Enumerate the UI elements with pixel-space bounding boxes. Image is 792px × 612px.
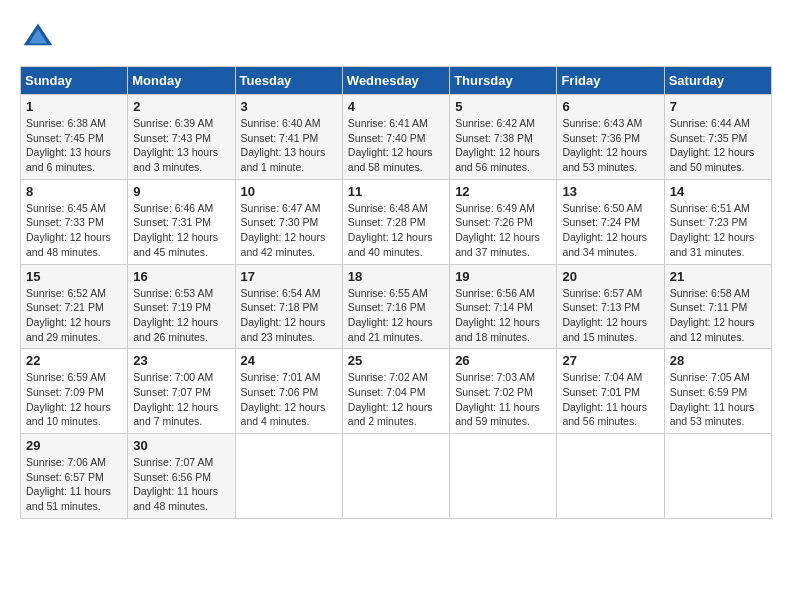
day-cell: 22 Sunrise: 6:59 AMSunset: 7:09 PMDaylig… bbox=[21, 349, 128, 434]
day-detail: Sunrise: 7:02 AMSunset: 7:04 PMDaylight:… bbox=[348, 370, 444, 429]
day-detail: Sunrise: 6:56 AMSunset: 7:14 PMDaylight:… bbox=[455, 286, 551, 345]
day-detail: Sunrise: 6:58 AMSunset: 7:11 PMDaylight:… bbox=[670, 286, 766, 345]
day-cell: 5 Sunrise: 6:42 AMSunset: 7:38 PMDayligh… bbox=[450, 95, 557, 180]
day-detail: Sunrise: 7:04 AMSunset: 7:01 PMDaylight:… bbox=[562, 370, 658, 429]
day-cell: 9 Sunrise: 6:46 AMSunset: 7:31 PMDayligh… bbox=[128, 179, 235, 264]
day-number: 8 bbox=[26, 184, 122, 199]
day-number: 1 bbox=[26, 99, 122, 114]
day-number: 14 bbox=[670, 184, 766, 199]
week-row-2: 8 Sunrise: 6:45 AMSunset: 7:33 PMDayligh… bbox=[21, 179, 772, 264]
day-number: 9 bbox=[133, 184, 229, 199]
col-header-tuesday: Tuesday bbox=[235, 67, 342, 95]
day-cell: 7 Sunrise: 6:44 AMSunset: 7:35 PMDayligh… bbox=[664, 95, 771, 180]
col-header-wednesday: Wednesday bbox=[342, 67, 449, 95]
day-number: 3 bbox=[241, 99, 337, 114]
day-detail: Sunrise: 6:55 AMSunset: 7:16 PMDaylight:… bbox=[348, 286, 444, 345]
day-detail: Sunrise: 6:39 AMSunset: 7:43 PMDaylight:… bbox=[133, 116, 229, 175]
day-detail: Sunrise: 7:01 AMSunset: 7:06 PMDaylight:… bbox=[241, 370, 337, 429]
day-detail: Sunrise: 6:51 AMSunset: 7:23 PMDaylight:… bbox=[670, 201, 766, 260]
day-number: 4 bbox=[348, 99, 444, 114]
day-detail: Sunrise: 6:48 AMSunset: 7:28 PMDaylight:… bbox=[348, 201, 444, 260]
day-cell bbox=[664, 434, 771, 519]
day-number: 26 bbox=[455, 353, 551, 368]
day-detail: Sunrise: 7:00 AMSunset: 7:07 PMDaylight:… bbox=[133, 370, 229, 429]
day-detail: Sunrise: 6:53 AMSunset: 7:19 PMDaylight:… bbox=[133, 286, 229, 345]
day-cell: 12 Sunrise: 6:49 AMSunset: 7:26 PMDaylig… bbox=[450, 179, 557, 264]
col-header-monday: Monday bbox=[128, 67, 235, 95]
day-number: 7 bbox=[670, 99, 766, 114]
day-number: 11 bbox=[348, 184, 444, 199]
day-cell: 25 Sunrise: 7:02 AMSunset: 7:04 PMDaylig… bbox=[342, 349, 449, 434]
day-number: 28 bbox=[670, 353, 766, 368]
day-number: 10 bbox=[241, 184, 337, 199]
calendar-table: SundayMondayTuesdayWednesdayThursdayFrid… bbox=[20, 66, 772, 519]
day-cell: 2 Sunrise: 6:39 AMSunset: 7:43 PMDayligh… bbox=[128, 95, 235, 180]
day-cell bbox=[235, 434, 342, 519]
day-cell: 19 Sunrise: 6:56 AMSunset: 7:14 PMDaylig… bbox=[450, 264, 557, 349]
day-detail: Sunrise: 6:41 AMSunset: 7:40 PMDaylight:… bbox=[348, 116, 444, 175]
day-cell: 21 Sunrise: 6:58 AMSunset: 7:11 PMDaylig… bbox=[664, 264, 771, 349]
day-cell: 29 Sunrise: 7:06 AMSunset: 6:57 PMDaylig… bbox=[21, 434, 128, 519]
day-number: 20 bbox=[562, 269, 658, 284]
day-cell: 28 Sunrise: 7:05 AMSunset: 6:59 PMDaylig… bbox=[664, 349, 771, 434]
day-cell: 10 Sunrise: 6:47 AMSunset: 7:30 PMDaylig… bbox=[235, 179, 342, 264]
day-number: 17 bbox=[241, 269, 337, 284]
day-cell: 30 Sunrise: 7:07 AMSunset: 6:56 PMDaylig… bbox=[128, 434, 235, 519]
day-number: 16 bbox=[133, 269, 229, 284]
day-cell: 24 Sunrise: 7:01 AMSunset: 7:06 PMDaylig… bbox=[235, 349, 342, 434]
day-detail: Sunrise: 6:40 AMSunset: 7:41 PMDaylight:… bbox=[241, 116, 337, 175]
day-cell: 26 Sunrise: 7:03 AMSunset: 7:02 PMDaylig… bbox=[450, 349, 557, 434]
page-header bbox=[20, 20, 772, 56]
day-detail: Sunrise: 6:43 AMSunset: 7:36 PMDaylight:… bbox=[562, 116, 658, 175]
day-detail: Sunrise: 6:46 AMSunset: 7:31 PMDaylight:… bbox=[133, 201, 229, 260]
week-row-5: 29 Sunrise: 7:06 AMSunset: 6:57 PMDaylig… bbox=[21, 434, 772, 519]
day-number: 30 bbox=[133, 438, 229, 453]
col-header-thursday: Thursday bbox=[450, 67, 557, 95]
day-number: 19 bbox=[455, 269, 551, 284]
day-cell: 23 Sunrise: 7:00 AMSunset: 7:07 PMDaylig… bbox=[128, 349, 235, 434]
week-row-4: 22 Sunrise: 6:59 AMSunset: 7:09 PMDaylig… bbox=[21, 349, 772, 434]
day-detail: Sunrise: 6:42 AMSunset: 7:38 PMDaylight:… bbox=[455, 116, 551, 175]
col-header-friday: Friday bbox=[557, 67, 664, 95]
day-number: 12 bbox=[455, 184, 551, 199]
col-header-saturday: Saturday bbox=[664, 67, 771, 95]
day-detail: Sunrise: 7:03 AMSunset: 7:02 PMDaylight:… bbox=[455, 370, 551, 429]
day-number: 27 bbox=[562, 353, 658, 368]
day-cell: 27 Sunrise: 7:04 AMSunset: 7:01 PMDaylig… bbox=[557, 349, 664, 434]
day-number: 24 bbox=[241, 353, 337, 368]
day-detail: Sunrise: 7:06 AMSunset: 6:57 PMDaylight:… bbox=[26, 455, 122, 514]
day-number: 29 bbox=[26, 438, 122, 453]
day-number: 25 bbox=[348, 353, 444, 368]
day-cell bbox=[557, 434, 664, 519]
day-number: 2 bbox=[133, 99, 229, 114]
day-cell: 11 Sunrise: 6:48 AMSunset: 7:28 PMDaylig… bbox=[342, 179, 449, 264]
logo-icon bbox=[20, 20, 56, 56]
day-detail: Sunrise: 6:47 AMSunset: 7:30 PMDaylight:… bbox=[241, 201, 337, 260]
day-cell: 8 Sunrise: 6:45 AMSunset: 7:33 PMDayligh… bbox=[21, 179, 128, 264]
day-number: 18 bbox=[348, 269, 444, 284]
logo bbox=[20, 20, 62, 56]
week-row-3: 15 Sunrise: 6:52 AMSunset: 7:21 PMDaylig… bbox=[21, 264, 772, 349]
day-detail: Sunrise: 6:45 AMSunset: 7:33 PMDaylight:… bbox=[26, 201, 122, 260]
day-cell bbox=[342, 434, 449, 519]
day-cell: 6 Sunrise: 6:43 AMSunset: 7:36 PMDayligh… bbox=[557, 95, 664, 180]
day-number: 15 bbox=[26, 269, 122, 284]
header-row: SundayMondayTuesdayWednesdayThursdayFrid… bbox=[21, 67, 772, 95]
day-detail: Sunrise: 6:59 AMSunset: 7:09 PMDaylight:… bbox=[26, 370, 122, 429]
day-detail: Sunrise: 6:57 AMSunset: 7:13 PMDaylight:… bbox=[562, 286, 658, 345]
day-number: 13 bbox=[562, 184, 658, 199]
day-number: 23 bbox=[133, 353, 229, 368]
day-detail: Sunrise: 6:38 AMSunset: 7:45 PMDaylight:… bbox=[26, 116, 122, 175]
day-detail: Sunrise: 6:54 AMSunset: 7:18 PMDaylight:… bbox=[241, 286, 337, 345]
day-number: 21 bbox=[670, 269, 766, 284]
day-number: 6 bbox=[562, 99, 658, 114]
day-cell: 3 Sunrise: 6:40 AMSunset: 7:41 PMDayligh… bbox=[235, 95, 342, 180]
day-detail: Sunrise: 7:07 AMSunset: 6:56 PMDaylight:… bbox=[133, 455, 229, 514]
day-cell: 17 Sunrise: 6:54 AMSunset: 7:18 PMDaylig… bbox=[235, 264, 342, 349]
day-number: 5 bbox=[455, 99, 551, 114]
day-detail: Sunrise: 6:52 AMSunset: 7:21 PMDaylight:… bbox=[26, 286, 122, 345]
day-detail: Sunrise: 6:50 AMSunset: 7:24 PMDaylight:… bbox=[562, 201, 658, 260]
day-cell: 14 Sunrise: 6:51 AMSunset: 7:23 PMDaylig… bbox=[664, 179, 771, 264]
day-detail: Sunrise: 6:49 AMSunset: 7:26 PMDaylight:… bbox=[455, 201, 551, 260]
col-header-sunday: Sunday bbox=[21, 67, 128, 95]
